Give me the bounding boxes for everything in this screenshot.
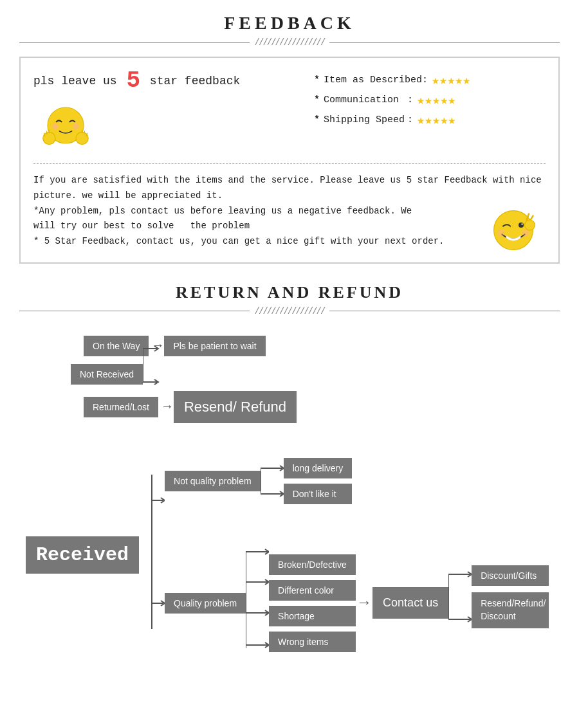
quality-items: Broken/Defective Different color Shortag…	[269, 554, 356, 652]
not-received-left: On the Way → Pls be patient to wait Not …	[71, 336, 297, 423]
feedback-body-text: If you are satisfied with the items and …	[33, 175, 542, 246]
colon: :	[407, 95, 413, 105]
refund-divider: /////////////////	[19, 306, 560, 316]
svg-line-6	[46, 131, 47, 134]
asterisk: *	[314, 75, 320, 86]
asterisk: *	[314, 114, 320, 125]
received-branch-svg	[139, 449, 165, 655]
feedback-dashed-divider	[33, 163, 546, 164]
stars-comm: ★★★★★	[417, 92, 455, 108]
svg-point-1	[52, 123, 59, 130]
feedback-divider: /////////////////	[19, 37, 560, 48]
nr-label-row: Not Received	[71, 364, 143, 385]
nr-branch-svg	[143, 340, 162, 391]
headline-pre: pls leave us	[33, 75, 117, 87]
on-the-way-box: On the Way	[84, 336, 149, 356]
colon: :	[407, 114, 413, 125]
different-color-box: Different color	[269, 580, 356, 601]
refund-section: RETURN AND REFUND ///////////////// On t…	[0, 283, 579, 680]
wrong-items-box: Wrong items	[269, 632, 356, 652]
returned-lost-box: Returned/Lost	[84, 397, 158, 417]
resend-refund-box: Resend/ Refund	[174, 391, 297, 423]
quality-box: Quality problem	[165, 593, 246, 614]
stars-ship: ★★★★★	[417, 112, 455, 128]
arrow-returned: →	[163, 399, 171, 414]
svg-point-4	[76, 132, 88, 144]
not-received-flow: On the Way → Pls be patient to wait Not …	[71, 336, 560, 423]
not-quality-box: Not quality problem	[165, 471, 261, 491]
not-quality-group: Not quality problem long delivery Don't …	[165, 449, 549, 513]
shortage-box: Shortage	[269, 606, 356, 626]
svg-point-3	[43, 132, 55, 144]
feedback-title: FEEDBACK	[19, 13, 560, 33]
nr-branch2: Returned/Lost → Resend/ Refund	[71, 391, 297, 423]
not-quality-items: long delivery Don't like it	[284, 458, 353, 504]
big-five: 5	[126, 68, 140, 94]
discount-gifts-box: Discount/Gifts	[472, 565, 549, 586]
nr-branch1: On the Way → Pls be patient to wait	[71, 336, 266, 356]
rating-label-comm: Communication	[324, 95, 407, 105]
long-delivery-box: long delivery	[284, 458, 353, 478]
rating-label-item: Item as Described	[324, 75, 422, 86]
be-patient-box: Pls be patient to wait	[164, 336, 265, 356]
broken-defective-box: Broken/Defective	[269, 554, 356, 575]
quality-group: Quality problem	[165, 545, 549, 661]
dont-like-box: Don't like it	[284, 484, 353, 504]
contact-us-box: Contact us	[372, 587, 448, 619]
rating-row-comm: * Communication : ★★★★★	[314, 92, 546, 108]
refund-title: RETURN AND REFUND	[19, 283, 560, 302]
not-received-box: Not Received	[71, 364, 143, 385]
feedback-ratings: * Item as Described : ★★★★★ * Communicat…	[314, 69, 546, 132]
svg-point-18	[525, 220, 535, 230]
rating-row-ship: * Shipping Speed : ★★★★★	[314, 112, 546, 128]
not-quality-branch-svg	[261, 449, 284, 513]
received-right: Not quality problem long delivery Don't …	[165, 449, 549, 661]
headline-post: star feedback	[150, 75, 240, 87]
feedback-top: pls leave us 5 star feedback	[33, 69, 546, 157]
colon: :	[422, 75, 428, 86]
feedback-headline: pls leave us 5 star feedback	[33, 69, 314, 93]
svg-point-14	[497, 229, 504, 236]
svg-point-13	[521, 223, 522, 224]
svg-point-2	[73, 123, 79, 130]
feedback-section: FEEDBACK ///////////////// pls leave us …	[0, 0, 579, 283]
flowchart: On the Way → Pls be patient to wait Not …	[19, 336, 560, 661]
rating-row-item: * Item as Described : ★★★★★	[314, 72, 546, 88]
received-box: Received	[26, 536, 139, 574]
svg-point-12	[519, 223, 524, 228]
arrow-contact: →	[360, 594, 369, 612]
resend-refund-discount-box: Resend/Refund/Discount	[472, 592, 549, 628]
winking-face-icon	[488, 205, 539, 256]
refund-zigzag: /////////////////	[255, 306, 325, 316]
quality-branch-svg	[246, 539, 269, 661]
feedback-zigzag: /////////////////	[255, 37, 325, 48]
feedback-left: pls leave us 5 star feedback	[33, 69, 314, 157]
rating-label-ship: Shipping Speed	[324, 114, 407, 125]
smiley-face-icon	[40, 102, 91, 154]
contact-result-svg	[448, 555, 472, 639]
stars-item: ★★★★★	[432, 72, 470, 88]
svg-line-9	[84, 131, 85, 134]
results: Discount/Gifts Resend/Refund/Discount	[472, 565, 549, 628]
received-flow: Received Not quality problem	[26, 449, 560, 661]
asterisk: *	[314, 95, 320, 105]
feedback-box: pls leave us 5 star feedback	[19, 57, 560, 264]
feedback-body: If you are satisfied with the items and …	[33, 173, 546, 250]
